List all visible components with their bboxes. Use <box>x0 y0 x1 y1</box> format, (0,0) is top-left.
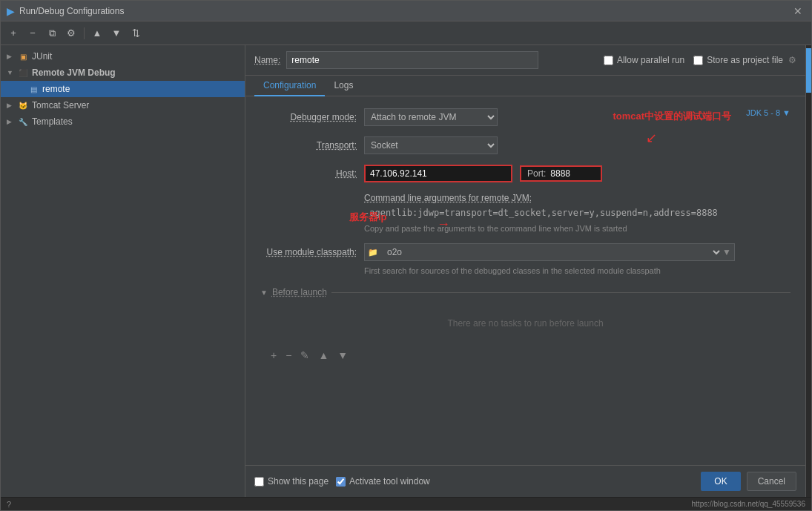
tomcat-arrow: ▶ <box>7 102 17 109</box>
sidebar-item-junit[interactable]: ▶ ▣ JUnit <box>1 48 245 65</box>
show-page-checkbox[interactable] <box>254 477 264 487</box>
activate-tool-window-label: Activate tool window <box>349 476 430 487</box>
info-bar: ? https://blog.csdn.net/qq_45559536 <box>1 497 811 510</box>
before-launch-collapse-button[interactable]: ▼ <box>260 289 268 297</box>
cmdline-value: -agentlib:jdwp=transport=dt_socket,serve… <box>364 208 790 218</box>
allow-parallel-run-checkbox[interactable] <box>604 56 613 65</box>
junit-label: JUnit <box>32 51 52 62</box>
module-classpath-label: Use module classpath: <box>260 247 357 257</box>
jdk-version-link[interactable]: JDK 5 - 8 ▼ <box>746 108 790 117</box>
remote-jvm-arrow: ▼ <box>7 69 17 76</box>
module-classpath-row: Use module classpath: 📁 o2o ▼ <box>260 243 790 261</box>
copy-config-button[interactable]: ⧉ <box>44 25 60 42</box>
junit-arrow: ▶ <box>7 53 17 60</box>
host-port-row: Host: Port: <box>260 165 790 182</box>
host-input[interactable] <box>364 165 512 182</box>
info-icon: ? <box>7 500 11 509</box>
empty-tasks-text: There are no tasks to run before launch <box>260 303 790 343</box>
remote-icon: ▤ <box>27 83 39 95</box>
cancel-button[interactable]: Cancel <box>747 472 796 491</box>
host-label: Host: <box>260 168 357 179</box>
name-row: Name: Allow parallel run Store as projec… <box>245 45 805 76</box>
bottom-buttons: OK Cancel <box>701 472 796 491</box>
sidebar: ▶ ▣ JUnit ▼ ⬛ Remote JVM Debug ▤ remote … <box>1 45 245 497</box>
before-launch-section: ▼ Before launch There are no tasks to ru… <box>260 287 790 363</box>
debugger-mode-label: Debugger mode: <box>260 112 357 122</box>
sidebar-item-remote[interactable]: ▤ remote <box>1 81 245 97</box>
store-as-project-checkbox[interactable] <box>693 56 703 65</box>
before-launch-toolbar: + − ✎ ▲ ▼ <box>260 348 790 363</box>
remote-jvm-label: Remote JVM Debug <box>32 67 116 78</box>
port-label: Port: <box>527 168 546 179</box>
before-launch-divider <box>331 292 790 293</box>
before-launch-down-button[interactable]: ▼ <box>334 348 351 363</box>
dialog-title: Run/Debug Configurations <box>19 6 124 16</box>
module-hint: First search for sources of the debugged… <box>364 266 790 277</box>
module-select-wrap: 📁 o2o ▼ <box>364 243 735 261</box>
templates-icon: 🔧 <box>17 116 29 128</box>
sidebar-item-tomcat[interactable]: ▶ 🐱 Tomcat Server <box>1 97 245 113</box>
name-label: Name: <box>254 55 280 65</box>
store-settings-icon[interactable]: ⚙ <box>788 55 796 65</box>
debugger-mode-row: Debugger mode: Attach to remote JVM <box>260 108 790 126</box>
activate-tool-window-group: Activate tool window <box>336 476 430 487</box>
templates-arrow: ▶ <box>7 118 17 125</box>
tab-logs[interactable]: Logs <box>325 76 362 96</box>
tomcat-label: Tomcat Server <box>32 100 89 111</box>
sort-button[interactable]: ⇅ <box>128 25 144 42</box>
port-group: Port: <box>520 165 602 182</box>
before-launch-header: ▼ Before launch <box>260 287 790 297</box>
before-launch-remove-button[interactable]: − <box>283 348 294 363</box>
close-button[interactable]: ✕ <box>790 4 805 19</box>
module-folder-icon: 📁 <box>365 248 381 257</box>
transport-label: Transport: <box>260 140 357 151</box>
port-input[interactable] <box>550 168 595 179</box>
debugger-mode-select[interactable]: Attach to remote JVM <box>364 108 498 126</box>
toolbar: + − ⧉ ⚙ ▲ ▼ ⇅ <box>1 22 811 45</box>
before-launch-up-button[interactable]: ▲ <box>315 348 331 363</box>
activate-tool-window-checkbox[interactable] <box>336 477 346 487</box>
ok-button[interactable]: OK <box>701 472 740 491</box>
remove-config-button[interactable]: − <box>24 25 41 42</box>
remote-jvm-icon: ⬛ <box>17 67 29 79</box>
before-launch-add-button[interactable]: + <box>268 348 280 363</box>
cmdline-section: Command line arguments for remote JVM: -… <box>260 193 790 233</box>
title-bar: ▶ Run/Debug Configurations ✕ <box>1 1 811 22</box>
bottom-bar: Show this page Activate tool window OK C… <box>245 465 805 497</box>
allow-parallel-run-group: Allow parallel run <box>604 55 684 65</box>
name-input[interactable] <box>286 51 538 69</box>
right-scrollbar <box>805 45 811 497</box>
sidebar-item-templates[interactable]: ▶ 🔧 Templates <box>1 113 245 130</box>
config-panel: JDK 5 - 8 ▼ Debugger mode: Attach to rem… <box>245 96 805 465</box>
module-select[interactable]: o2o <box>381 244 722 260</box>
dialog-icon: ▶ <box>7 5 15 17</box>
tabs-row: Configuration Logs <box>245 76 805 96</box>
tab-configuration[interactable]: Configuration <box>254 76 325 96</box>
module-dropdown-icon: ▼ <box>722 247 734 257</box>
add-config-button[interactable]: + <box>5 25 22 42</box>
right-panel: Name: Allow parallel run Store as projec… <box>245 45 805 497</box>
tomcat-icon: 🐱 <box>17 99 29 111</box>
scrollbar-position <box>806 48 812 93</box>
move-up-button[interactable]: ▲ <box>89 25 105 42</box>
main-content: ▶ ▣ JUnit ▼ ⬛ Remote JVM Debug ▤ remote … <box>1 45 811 497</box>
templates-label: Templates <box>32 116 73 127</box>
cmdline-hint: Copy and paste the arguments to the comm… <box>364 224 790 233</box>
sidebar-item-remote-jvm[interactable]: ▼ ⬛ Remote JVM Debug <box>1 65 245 81</box>
cmdline-title: Command line arguments for remote JVM: <box>364 193 790 203</box>
store-as-project-group: Store as project file ⚙ <box>693 55 796 65</box>
move-down-button[interactable]: ▼ <box>108 25 125 42</box>
before-launch-edit-button[interactable]: ✎ <box>297 348 312 363</box>
toolbar-separator <box>84 27 85 39</box>
junit-icon: ▣ <box>17 50 29 62</box>
before-launch-label: Before launch <box>272 287 327 297</box>
transport-select[interactable]: Socket <box>364 136 498 154</box>
transport-row: Transport: Socket <box>260 136 790 154</box>
show-page-label: Show this page <box>268 476 329 487</box>
watermark-text: https://blog.csdn.net/qq_45559536 <box>692 500 805 508</box>
name-row-right: Allow parallel run Store as project file… <box>604 55 796 65</box>
remote-label: remote <box>42 84 70 94</box>
settings-button[interactable]: ⚙ <box>63 25 79 42</box>
allow-parallel-run-label: Allow parallel run <box>617 55 684 65</box>
store-as-project-label: Store as project file <box>707 55 783 65</box>
